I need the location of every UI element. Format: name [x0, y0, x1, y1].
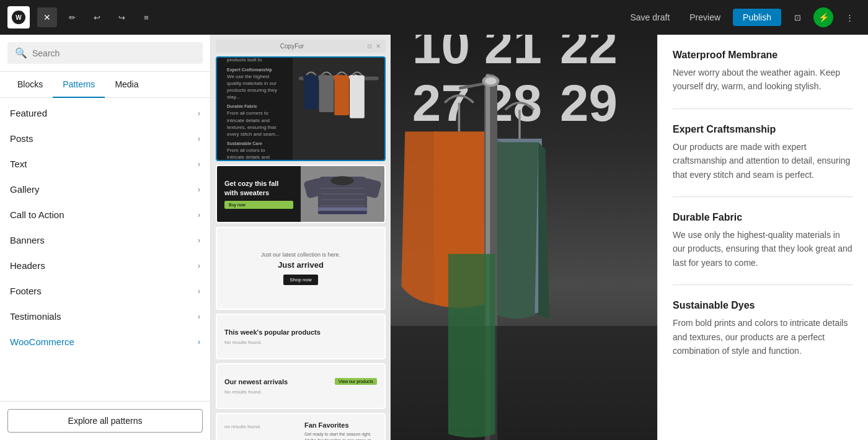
search-icon: 🔍 — [15, 47, 27, 59]
chevron-right-icon: › — [198, 211, 200, 219]
sidebar-item-featured[interactable]: Featured › — [0, 100, 210, 126]
tab-patterns[interactable]: Patterns — [53, 72, 105, 98]
search-box[interactable]: 🔍 — [7, 42, 203, 64]
pattern6-right-title: Fan Favorites — [304, 421, 377, 429]
tab-blocks[interactable]: Blocks — [7, 72, 53, 98]
pattern3-btn[interactable]: Shop now — [283, 275, 318, 285]
feature-craftsmanship: Expert Craftsmanship Our products are ma… — [673, 124, 853, 182]
publish-button[interactable]: Publish — [733, 9, 781, 26]
right-panel: Waterproof Membrane Never worry about th… — [657, 35, 868, 440]
chevron-right-icon: › — [198, 338, 200, 346]
chevron-right-icon: › — [198, 134, 200, 143]
hangers-image — [293, 58, 385, 160]
sidebar-item-posts[interactable]: Posts › — [0, 126, 210, 151]
sidebar-item-text[interactable]: Text › — [0, 151, 210, 177]
pattern3-subtitle: Just our latest collection is here. — [261, 252, 340, 258]
pattern-fan-favorites[interactable]: no results found. Fan Favorites Get read… — [216, 413, 386, 440]
sidebar-item-gallery[interactable]: Gallery › — [0, 177, 210, 202]
preview-button[interactable]: Preview — [682, 9, 728, 26]
explore-patterns-button[interactable]: Explore all patterns — [7, 409, 203, 433]
sidebar-item-headers[interactable]: Headers › — [0, 253, 210, 278]
sidebar-item-banners[interactable]: Banners › — [0, 227, 210, 253]
redo-button[interactable]: ↪ — [112, 7, 131, 27]
pattern1-sub2: We use the highest quality materials in … — [227, 73, 283, 101]
clothes-photo: 10 21 22 27 28 29 — [391, 35, 657, 440]
svg-text:22: 22 — [560, 35, 618, 74]
pattern5-link[interactable]: View our products — [335, 378, 377, 385]
save-draft-button[interactable]: Save draft — [622, 9, 677, 26]
browser-refresh-icon: ⊙ — [367, 43, 372, 50]
svg-point-44 — [485, 77, 497, 85]
feature-waterproof-desc: Never worry about the weather again. Kee… — [673, 66, 853, 94]
pattern5-empty: No results found. — [224, 389, 377, 395]
avatar[interactable]: ⚡ — [813, 7, 833, 27]
svg-text:29: 29 — [560, 74, 618, 132]
layout-icon[interactable]: ⊡ — [786, 6, 808, 29]
pattern1-sub6: From all colors to intricate details and… — [227, 147, 283, 161]
sidebar-items: Featured › Posts › Text › Gallery › Call… — [0, 98, 210, 401]
browser-bar: CopyFur ⊙ ✕ — [216, 40, 386, 53]
browser-close-icon: ✕ — [376, 43, 381, 50]
pattern6-right-desc: Get ready to start the season right. All… — [304, 431, 377, 440]
feature-craftsmanship-title: Expert Craftsmanship — [673, 124, 853, 135]
pattern4-title: This week's popular products — [224, 328, 321, 336]
svg-rect-30 — [318, 211, 367, 214]
divider-2 — [673, 196, 853, 197]
pattern2-btn[interactable]: Buy now — [224, 201, 293, 209]
svg-rect-45 — [391, 326, 657, 440]
svg-text:W: W — [16, 14, 22, 21]
pattern1-sub3: Durable Fabric — [227, 104, 283, 108]
chevron-right-icon: › — [198, 312, 200, 321]
sidebar-item-call-to-action[interactable]: Call to Action › — [0, 202, 210, 227]
wp-logo-button[interactable]: W — [7, 6, 30, 29]
sidebar-item-footers[interactable]: Footers › — [0, 278, 210, 304]
sweater-image — [301, 166, 384, 222]
chevron-right-icon: › — [198, 185, 200, 194]
pattern1-sub4: From all corners to intricate details an… — [227, 110, 283, 138]
chevron-right-icon: › — [198, 160, 200, 169]
feature-dyes-desc: From bold prints and colors to intricate… — [673, 316, 853, 358]
pencil-icon[interactable]: ✏ — [62, 7, 82, 27]
chevron-right-icon: › — [198, 236, 200, 245]
content-wrapper: CopyFur ⊙ ✕ Endless Tee's With our quali… — [211, 35, 657, 440]
sidebar: 🔍 Blocks Patterns Media Featured › Posts… — [0, 35, 211, 440]
main-layout: 🔍 Blocks Patterns Media Featured › Posts… — [0, 35, 868, 440]
sidebar-item-testimonials[interactable]: Testimonials › — [0, 304, 210, 329]
feature-dyes-title: Sustainable Dyes — [673, 300, 853, 311]
pattern3-title: Just arrived — [278, 260, 324, 270]
search-input[interactable] — [32, 48, 195, 58]
sidebar-item-woocommerce[interactable]: WooCommerce › — [0, 329, 210, 354]
chevron-right-icon: › — [198, 262, 200, 270]
pattern-endless-tees[interactable]: Endless Tee's With our quality materials… — [216, 56, 386, 161]
tab-media[interactable]: Media — [105, 72, 148, 98]
feature-craftsmanship-desc: Our products are made with expert crafts… — [673, 140, 853, 182]
pattern-get-cozy[interactable]: Get cozy this fall with sweaters Buy now — [216, 165, 386, 223]
more-options-icon[interactable]: ⋮ — [838, 6, 861, 29]
sidebar-tabs: Blocks Patterns Media — [0, 72, 210, 98]
undo-button[interactable]: ↩ — [87, 7, 107, 27]
pattern6-left-empty: no results found. — [224, 424, 297, 429]
photo-area: 10 21 22 27 28 29 — [391, 35, 657, 440]
feature-fabric-desc: We use only the highest-quality material… — [673, 228, 853, 270]
browser-url: CopyFur — [221, 43, 363, 50]
feature-fabric: Durable Fabric We use only the highest-q… — [673, 212, 853, 270]
svg-text:21: 21 — [484, 35, 542, 74]
search-section: 🔍 — [0, 35, 210, 72]
close-button[interactable]: ✕ — [37, 7, 57, 27]
pattern1-sub1: Expert Craftsmanship — [227, 68, 283, 72]
pattern-just-arrived[interactable]: Just our latest collection is here. Just… — [216, 227, 386, 310]
svg-text:10: 10 — [412, 35, 470, 74]
patterns-panel: CopyFur ⊙ ✕ Endless Tee's With our quali… — [211, 35, 391, 440]
divider-3 — [673, 284, 853, 285]
pattern1-text: With our quality materials and expert cr… — [227, 56, 283, 64]
pattern2-title: Get cozy this fall with sweaters — [224, 179, 293, 197]
feature-waterproof-title: Waterproof Membrane — [673, 50, 853, 61]
pattern-popular-products[interactable]: This week's popular products No results … — [216, 314, 386, 359]
divider-1 — [673, 108, 853, 109]
pattern1-sub5: Sustainable Care — [227, 141, 283, 146]
pattern4-empty: No results found. — [224, 340, 377, 345]
sidebar-footer: Explore all patterns — [0, 401, 210, 440]
menu-icon[interactable]: ≡ — [136, 7, 156, 27]
pattern-newest-arrivals[interactable]: Our newest arrivals View our products No… — [216, 363, 386, 409]
feature-dyes: Sustainable Dyes From bold prints and co… — [673, 300, 853, 358]
